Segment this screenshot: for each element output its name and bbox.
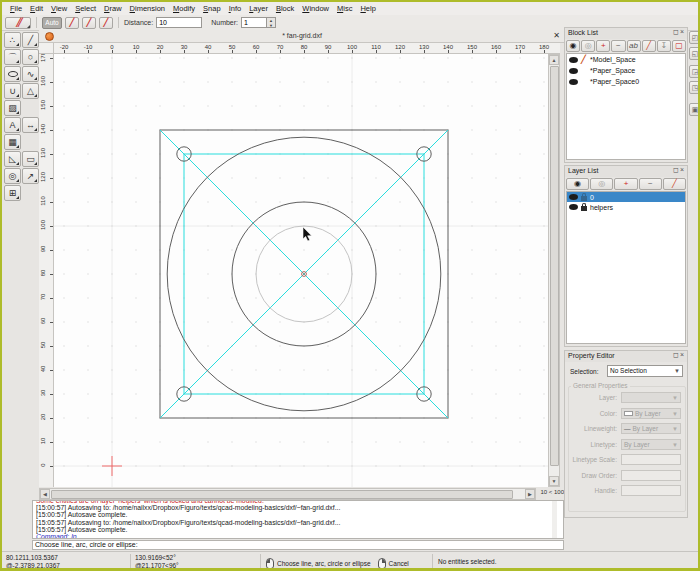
image-tool[interactable]: ▦ bbox=[4, 134, 21, 150]
drawing-canvas[interactable] bbox=[54, 54, 548, 487]
grid-dot bbox=[135, 297, 136, 298]
dock-button-command-line[interactable]: ◰ bbox=[689, 31, 700, 44]
menu-file[interactable]: File bbox=[6, 3, 26, 14]
scroll-left-icon[interactable]: ◀ bbox=[40, 489, 50, 499]
dock-button-layer-list[interactable]: ◳ bbox=[689, 81, 700, 94]
menu-draw[interactable]: Draw bbox=[100, 3, 126, 14]
edit-tool[interactable]: ◎ bbox=[4, 168, 21, 184]
property-linetype-combobox[interactable]: By Layer▼ bbox=[621, 439, 681, 450]
eye-icon[interactable] bbox=[569, 79, 578, 85]
dock-button-property-editor[interactable]: ▣ bbox=[689, 103, 700, 116]
spline-tool[interactable]: ∪ bbox=[4, 83, 21, 99]
menu-misc[interactable]: Misc bbox=[333, 3, 356, 14]
property-layer-combobox[interactable]: ▼ bbox=[621, 392, 681, 403]
ellipse-tool[interactable] bbox=[4, 66, 21, 82]
layer-list-item[interactable]: helpers bbox=[567, 202, 685, 212]
snap-auto-button[interactable]: Auto bbox=[42, 17, 62, 29]
property-editor-float-icon[interactable]: ◻ bbox=[673, 351, 680, 358]
toggle-block-highlight-button[interactable]: ▢ bbox=[672, 40, 686, 52]
property-linetypescale-input[interactable] bbox=[621, 454, 681, 465]
eye-icon[interactable] bbox=[569, 194, 578, 200]
selection-combobox[interactable]: No Selection▼ bbox=[607, 365, 683, 377]
modify-tool[interactable]: ◺ bbox=[4, 151, 21, 167]
rename-block-button[interactable]: ab bbox=[627, 40, 641, 52]
scroll-right-icon[interactable]: ▶ bbox=[525, 489, 535, 499]
restrict-mode-button-3[interactable]: ╱ bbox=[99, 17, 113, 29]
hide-all-layers-button[interactable]: ◎ bbox=[590, 178, 613, 190]
layer-list-item[interactable]: 0 bbox=[567, 192, 685, 202]
block-list-float-icon[interactable]: ◻ bbox=[673, 28, 680, 35]
parallel-tool-button[interactable]: ╱╱ bbox=[5, 17, 31, 29]
dock-button-options[interactable]: ◱ bbox=[689, 47, 700, 60]
layer-list-close-icon[interactable]: × bbox=[680, 166, 685, 173]
command-input[interactable]: Choose line, arc, circle or ellipse: bbox=[32, 540, 564, 550]
block-list-item[interactable]: ╱*Model_Space bbox=[567, 54, 685, 65]
vertical-scrollbar[interactable]: ▲ ▼ bbox=[548, 54, 560, 487]
line-tool[interactable]: ╱ bbox=[22, 32, 39, 48]
vertical-scrollbar-thumb[interactable] bbox=[550, 66, 559, 466]
grid-dot bbox=[495, 393, 496, 394]
restrict-mode-button-2[interactable]: ╱ bbox=[82, 17, 96, 29]
text-tool[interactable]: A bbox=[4, 117, 21, 133]
number-input[interactable] bbox=[241, 17, 267, 28]
point-tool[interactable]: ∴ bbox=[4, 32, 21, 48]
circle-tool[interactable]: ○ bbox=[22, 49, 39, 65]
menu-edit[interactable]: Edit bbox=[26, 3, 47, 14]
shape-tool[interactable]: △ bbox=[22, 83, 39, 99]
show-all-layers-button[interactable]: ◉ bbox=[566, 178, 589, 190]
command-history-scrollbar[interactable] bbox=[552, 501, 557, 538]
grid-dot bbox=[87, 129, 88, 130]
dimension-tool[interactable]: ↔ bbox=[22, 117, 39, 133]
eye-icon[interactable] bbox=[569, 68, 578, 74]
restrict-mode-button-1[interactable]: ╱ bbox=[65, 17, 79, 29]
document-close-icon[interactable]: ✕ bbox=[552, 31, 561, 41]
block-3d-tool[interactable]: ⊞ bbox=[4, 185, 21, 201]
block-list-item[interactable]: *Paper_Space bbox=[567, 65, 685, 76]
show-all-blocks-button[interactable]: ◉ bbox=[566, 40, 580, 52]
hatch-tool[interactable]: ▨ bbox=[4, 100, 21, 116]
polyline-tool[interactable]: ∿ bbox=[22, 66, 39, 82]
menu-help[interactable]: Help bbox=[356, 3, 379, 14]
menu-view[interactable]: View bbox=[47, 3, 71, 14]
property-lineweight-combobox[interactable]: —By Layer▼ bbox=[621, 423, 681, 434]
menu-modify[interactable]: Modify bbox=[169, 3, 199, 14]
horizontal-scrollbar-thumb[interactable] bbox=[51, 490, 513, 499]
measure-tool[interactable]: ▭ bbox=[22, 151, 39, 167]
edit-block-button[interactable]: ╱ bbox=[642, 40, 656, 52]
property-draworder-input[interactable] bbox=[621, 470, 681, 481]
remove-block-button[interactable]: − bbox=[611, 40, 625, 52]
horizontal-scrollbar[interactable]: ◀ ▶ bbox=[39, 488, 536, 500]
insert-block-button[interactable]: ↧ bbox=[657, 40, 671, 52]
command-history[interactable]: Some entities are on layer 'helpers' whi… bbox=[32, 500, 564, 539]
info-tool[interactable]: ↗ bbox=[22, 168, 39, 184]
property-handle-input[interactable] bbox=[621, 485, 681, 496]
property-editor-panel: Property Editor ◻× Selection: No Selecti… bbox=[564, 350, 688, 518]
distance-input[interactable] bbox=[156, 17, 202, 28]
property-editor-close-icon[interactable]: × bbox=[680, 351, 685, 358]
property-color-combobox[interactable]: By Layer▼ bbox=[621, 408, 681, 419]
hide-all-blocks-button[interactable]: ◎ bbox=[581, 40, 595, 52]
menu-block[interactable]: Block bbox=[272, 3, 298, 14]
eye-icon[interactable] bbox=[569, 57, 578, 63]
layer-list-float-icon[interactable]: ◻ bbox=[673, 166, 680, 173]
add-block-button[interactable]: + bbox=[596, 40, 610, 52]
dock-button-block-list[interactable]: ◲ bbox=[689, 65, 700, 78]
scroll-down-icon[interactable]: ▼ bbox=[549, 476, 559, 486]
lock-icon[interactable] bbox=[581, 206, 587, 211]
add-layer-button[interactable]: + bbox=[614, 178, 637, 190]
edit-layer-button[interactable]: ╱ bbox=[663, 178, 686, 190]
remove-layer-button[interactable]: − bbox=[639, 178, 662, 190]
number-spinner[interactable]: ▲▼ bbox=[267, 17, 276, 28]
menu-snap[interactable]: Snap bbox=[199, 3, 225, 14]
menu-window[interactable]: Window bbox=[298, 3, 333, 14]
eye-icon[interactable] bbox=[569, 204, 578, 210]
menu-info[interactable]: Info bbox=[225, 3, 246, 14]
block-list-close-icon[interactable]: × bbox=[680, 28, 685, 35]
arc-tool[interactable]: ⌒ bbox=[4, 49, 21, 65]
scroll-up-icon[interactable]: ▲ bbox=[549, 55, 559, 65]
menu-dimension[interactable]: Dimension bbox=[126, 3, 169, 14]
block-list-item[interactable]: *Paper_Space0 bbox=[567, 76, 685, 87]
menu-select[interactable]: Select bbox=[71, 3, 100, 14]
menu-layer[interactable]: Layer bbox=[245, 3, 272, 14]
lock-icon[interactable] bbox=[581, 196, 587, 201]
